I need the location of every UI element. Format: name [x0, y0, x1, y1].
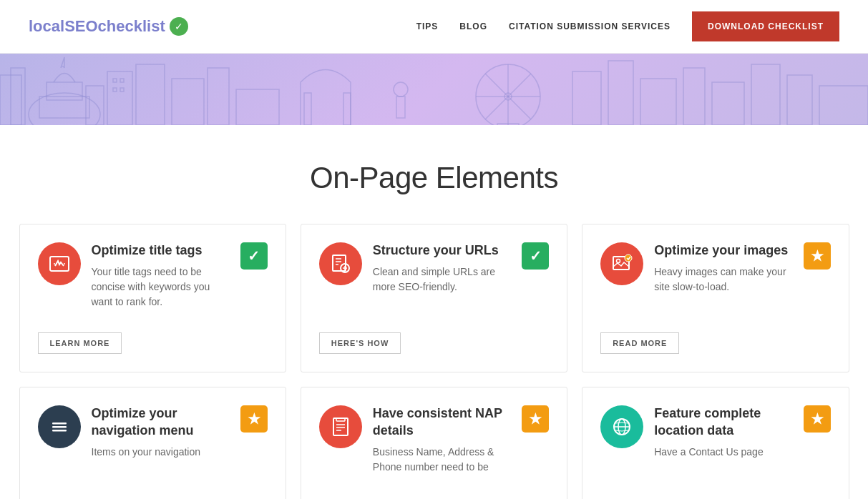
- card-title: Optimize your navigation menu: [92, 405, 230, 439]
- check-badge-location: ★: [804, 405, 831, 433]
- learn-more-title-tags-button[interactable]: LEARN MORE: [38, 332, 122, 354]
- card-urls: Structure your URLs Clean and simple URL…: [301, 224, 567, 372]
- svg-rect-42: [52, 430, 67, 432]
- card-header: Have consistent NAP details Business Nam…: [319, 405, 549, 475]
- card-header: Structure your URLs Clean and simple URL…: [319, 242, 549, 295]
- card-desc: Items on your navigation: [92, 445, 230, 460]
- svg-rect-16: [343, 93, 351, 125]
- svg-rect-14: [236, 89, 279, 125]
- svg-rect-31: [751, 64, 780, 125]
- card-footer: HERE'S HOW: [319, 318, 549, 354]
- svg-rect-44: [336, 418, 345, 421]
- images-icon: [600, 242, 643, 285]
- svg-rect-27: [608, 61, 633, 125]
- read-more-images-button[interactable]: READ MORE: [600, 332, 679, 354]
- section-title: On-Page Elements: [19, 161, 849, 195]
- svg-rect-2: [47, 82, 82, 100]
- check-badge-images: ★: [804, 242, 831, 270]
- card-title-area: Structure your URLs Clean and simple URL…: [373, 242, 511, 295]
- logo-text: localSEOchecklist: [29, 17, 165, 36]
- card-title: Optimize title tags: [92, 242, 230, 259]
- svg-rect-4: [11, 68, 25, 125]
- card-header: Optimize your navigation menu Items on y…: [38, 405, 268, 460]
- card-title-area: Optimize your images Heavy images can ma…: [654, 242, 792, 295]
- nav-blog[interactable]: BLOG: [459, 21, 487, 31]
- nav-tips[interactable]: TIPS: [416, 21, 439, 31]
- navigation-icon: [38, 405, 81, 448]
- nap-icon: [319, 405, 362, 448]
- card-title: Structure your URLs: [373, 242, 511, 259]
- card-location: Feature complete location data Have a Co…: [582, 387, 849, 499]
- card-title-area: Have consistent NAP details Business Nam…: [373, 405, 511, 475]
- svg-rect-10: [113, 88, 117, 92]
- svg-rect-28: [640, 79, 676, 125]
- svg-rect-8: [113, 79, 117, 82]
- card-footer: READ MORE: [600, 318, 830, 354]
- logo-check-icon: ✓: [170, 17, 188, 36]
- card-header: Optimize your images Heavy images can ma…: [600, 242, 830, 295]
- svg-rect-7: [136, 64, 165, 125]
- svg-rect-26: [572, 71, 601, 125]
- hero-banner: [0, 54, 868, 125]
- card-desc: Your title tags need to be concise with …: [92, 265, 230, 310]
- site-header: localSEOchecklist ✓ TIPS BLOG CITATION S…: [0, 0, 868, 54]
- urls-icon: [319, 242, 362, 285]
- check-badge-title-tags: ✓: [240, 242, 268, 270]
- svg-point-17: [394, 82, 408, 97]
- logo[interactable]: localSEOchecklist ✓: [29, 17, 188, 36]
- svg-rect-33: [819, 86, 868, 125]
- card-navigation: Optimize your navigation menu Items on y…: [19, 387, 286, 499]
- svg-point-38: [617, 260, 620, 263]
- card-title-tags: Optimize title tags Your title tags need…: [19, 224, 286, 372]
- download-checklist-button[interactable]: DOWNLOAD CHECKLIST: [692, 11, 839, 41]
- card-header: Optimize title tags Your title tags need…: [38, 242, 268, 310]
- check-badge-navigation: ★: [240, 405, 268, 433]
- card-title-area: Feature complete location data Have a Co…: [654, 405, 792, 460]
- card-desc: Heavy images can make your site slow-to-…: [654, 265, 792, 295]
- cards-grid: Optimize title tags Your title tags need…: [19, 224, 849, 499]
- svg-rect-9: [120, 79, 124, 82]
- svg-rect-18: [396, 97, 405, 118]
- heres-how-urls-button[interactable]: HERE'S HOW: [319, 332, 401, 354]
- card-nap: Have consistent NAP details Business Nam…: [301, 387, 567, 499]
- card-title: Have consistent NAP details: [373, 405, 511, 439]
- svg-rect-5: [86, 86, 104, 125]
- svg-point-39: [625, 255, 632, 262]
- card-footer: LEARN MORE: [38, 318, 268, 354]
- location-icon: [600, 405, 643, 448]
- svg-rect-13: [208, 68, 229, 125]
- svg-rect-41: [52, 426, 67, 428]
- cityscape-illustration: [0, 54, 868, 125]
- card-desc: Have a Contact Us page: [654, 445, 792, 460]
- card-title-area: Optimize title tags Your title tags need…: [92, 242, 230, 310]
- svg-rect-40: [52, 423, 67, 425]
- nav-citation[interactable]: CITATION SUBMISSION SERVICES: [509, 21, 670, 31]
- title-tags-icon: [38, 242, 81, 285]
- card-desc: Business Name, Address & Phone number ne…: [373, 445, 511, 475]
- svg-rect-15: [304, 93, 311, 125]
- card-images: Optimize your images Heavy images can ma…: [582, 224, 849, 372]
- main-nav: TIPS BLOG CITATION SUBMISSION SERVICES D…: [416, 11, 839, 41]
- card-title: Optimize your images: [654, 242, 792, 259]
- svg-rect-29: [683, 68, 705, 125]
- check-badge-nap: ★: [522, 405, 549, 433]
- svg-rect-32: [787, 75, 812, 125]
- svg-rect-30: [712, 82, 744, 125]
- card-header: Feature complete location data Have a Co…: [600, 405, 830, 460]
- card-desc: Clean and simple URLs are more SEO-frien…: [373, 265, 511, 295]
- main-content: On-Page Elements Optimize title tags You…: [5, 125, 864, 499]
- svg-rect-12: [172, 79, 204, 125]
- svg-rect-11: [120, 88, 124, 92]
- card-title-area: Optimize your navigation menu Items on y…: [92, 405, 230, 460]
- check-badge-urls: ✓: [522, 242, 549, 270]
- card-title: Feature complete location data: [654, 405, 792, 439]
